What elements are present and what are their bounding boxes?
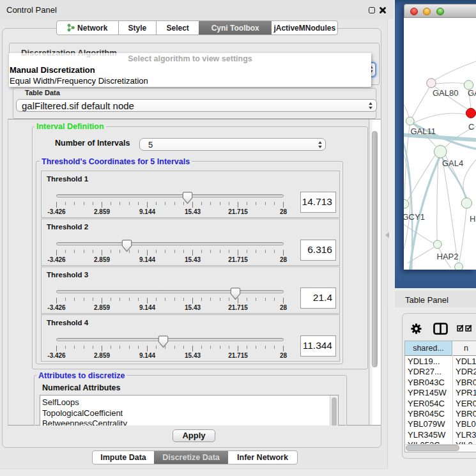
svg-text:HI: HI [470, 214, 476, 224]
svg-text:C: C [468, 122, 474, 132]
svg-text:GAL4: GAL4 [442, 158, 463, 168]
svg-text:HAP2: HAP2 [437, 252, 459, 261]
svg-text:GAL11: GAL11 [411, 127, 436, 136]
svg-text:GAL80: GAL80 [433, 88, 458, 98]
svg-text:GA: GA [468, 88, 476, 98]
svg-text:GCY1: GCY1 [404, 212, 425, 222]
